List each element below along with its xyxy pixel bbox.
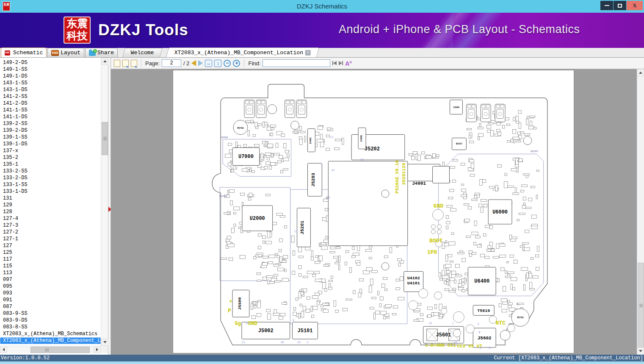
list-item[interactable]: 139-1-SS xyxy=(0,134,101,141)
viewer-vertical-scroll-thumb[interactable] xyxy=(638,263,644,348)
previous-page-button[interactable] xyxy=(191,60,196,66)
pdf-page[interactable]: U7000U2000J5202J5203J5201J4001U6000U6400… xyxy=(173,70,574,353)
list-item[interactable]: 128 xyxy=(0,208,101,215)
component-label: U2000 xyxy=(250,216,265,222)
component-label: U4102 xyxy=(407,276,420,281)
sidebar-horizontal-scrollbar[interactable] xyxy=(0,346,101,353)
sidebar-scroll-up-button[interactable] xyxy=(101,58,108,65)
list-item[interactable]: 083-9-DS xyxy=(0,317,101,324)
page-label: Page: xyxy=(145,60,160,67)
list-item[interactable]: 083-8-SS xyxy=(0,324,101,331)
tab-share-label: Share xyxy=(97,50,114,56)
silkscreen-label: 20201120 xyxy=(401,163,406,185)
component-label: J5101 xyxy=(298,328,313,334)
next-page-button[interactable] xyxy=(198,60,203,66)
list-item[interactable]: 127 xyxy=(0,242,101,249)
doc-tab-component-location-label: XT2083_x_(Athena)_MB_Component_Location xyxy=(174,50,303,56)
component-label: S5708 xyxy=(220,136,228,139)
list-item[interactable]: 083-9-SS xyxy=(0,310,101,317)
pin-number-label: 12 xyxy=(294,230,297,233)
component-label: J4000 xyxy=(453,106,459,108)
component-label: U7000 xyxy=(238,154,254,160)
rotate-right-icon[interactable] xyxy=(131,60,137,67)
viewer-vertical-scrollbar[interactable] xyxy=(637,69,644,355)
tab-share[interactable]: + Share xyxy=(85,48,118,57)
pin-number-label: D1 xyxy=(360,158,364,161)
list-item[interactable]: 135-1 xyxy=(0,161,101,168)
zoom-in-button[interactable]: + xyxy=(233,60,240,67)
sidebar-scroll-right-button[interactable] xyxy=(94,346,101,353)
list-item[interactable]: 139-2-SS xyxy=(0,120,101,127)
list-item[interactable]: 139-1-DS xyxy=(0,141,101,147)
list-item[interactable]: 149-2-DS xyxy=(0,59,101,66)
viewer-scroll-down-button[interactable] xyxy=(637,347,644,355)
list-item[interactable]: 117 xyxy=(0,256,101,263)
sidebar-scroll-down-button[interactable] xyxy=(101,339,108,346)
doc-tab-component-location[interactable]: XT2083_x_(Athena)_MB_Component_Location … xyxy=(166,47,319,57)
sidebar-vertical-scrollbar[interactable] xyxy=(101,59,108,346)
list-item[interactable]: 133-1-DS xyxy=(0,188,101,195)
sidebar-horizontal-scroll-thumb[interactable] xyxy=(30,347,90,353)
list-item[interactable]: 141-1-DS xyxy=(0,114,101,120)
list-item[interactable]: 115 xyxy=(0,263,101,270)
fit-width-button[interactable]: ↔ xyxy=(205,60,212,67)
list-item[interactable]: 149-1-SS xyxy=(0,66,101,73)
list-item[interactable]: 127-1 xyxy=(0,236,101,242)
viewer-canvas[interactable]: U7000U2000J5202J5203J5201J4001U6000U6400… xyxy=(111,69,637,355)
fit-page-button[interactable]: ↕ xyxy=(214,60,221,67)
pin-number-label: 13 xyxy=(326,196,330,199)
find-input[interactable] xyxy=(263,59,330,67)
component-label: E4000 xyxy=(360,135,362,142)
list-item[interactable]: XT2083_x_(Athena)_MB_Component_Location xyxy=(0,337,101,344)
maximize-button[interactable] xyxy=(614,1,626,10)
sidebar-scroll-left-button[interactable] xyxy=(0,346,7,353)
list-item[interactable]: 113 xyxy=(0,270,101,276)
list-item[interactable]: 087 xyxy=(0,303,101,310)
list-item[interactable]: 127-4 xyxy=(0,215,101,222)
minimize-button[interactable] xyxy=(600,1,613,10)
list-item[interactable]: 125 xyxy=(0,249,101,256)
tab-layout[interactable]: PADS Layout xyxy=(47,48,84,57)
window-bottom-edge xyxy=(0,361,644,364)
list-item[interactable]: 127-2 xyxy=(0,229,101,236)
page-list: 149-2-DS149-1-SS149-1-DS143-1-SS143-1-DS… xyxy=(0,59,101,346)
component-label: J4001 xyxy=(412,181,426,186)
list-item[interactable]: 143-1-SS xyxy=(0,80,101,86)
list-item[interactable]: 141-1-SS xyxy=(0,107,101,114)
text-size-icon[interactable]: Aa xyxy=(345,60,354,67)
doc-tab-welcome[interactable]: Welcome xyxy=(122,48,163,57)
list-item[interactable]: 149-1-DS xyxy=(0,73,101,80)
sidebar-vertical-scroll-thumb[interactable] xyxy=(102,122,108,155)
page-number-input[interactable] xyxy=(162,59,181,67)
rotate-left-icon[interactable] xyxy=(122,60,129,67)
list-item[interactable]: 133-1-SS xyxy=(0,181,101,188)
find-previous-button[interactable] xyxy=(332,61,337,65)
list-item[interactable]: 091 xyxy=(0,297,101,303)
component-label: J5202 xyxy=(365,146,380,152)
list-item[interactable]: 137-x xyxy=(0,147,101,154)
list-item[interactable]: 127-3 xyxy=(0,222,101,229)
tab-schematic[interactable]: PDF Schematic xyxy=(1,47,47,57)
pin-number-label: 9 xyxy=(292,319,294,322)
list-item[interactable]: 135-2 xyxy=(0,154,101,161)
list-item[interactable]: 139-2-DS xyxy=(0,127,101,134)
close-button[interactable]: X xyxy=(627,1,643,10)
brand-logo: 东震 科技 xyxy=(64,17,91,44)
list-item[interactable]: 133-2-DS xyxy=(0,175,101,181)
doc-tab-close-icon[interactable]: x xyxy=(305,50,311,56)
list-item[interactable]: 133-2-SS xyxy=(0,168,101,175)
list-item[interactable]: 097 xyxy=(0,276,101,283)
find-next-button[interactable] xyxy=(339,61,343,65)
list-item[interactable]: 129 xyxy=(0,202,101,208)
list-item[interactable]: 095 xyxy=(0,283,101,290)
list-item[interactable]: 141-2-DS xyxy=(0,100,101,107)
list-item[interactable]: XT2083_x_(Athena)_MB_Schematics xyxy=(0,331,101,337)
viewer-scroll-up-button[interactable] xyxy=(637,69,644,76)
list-item[interactable]: 131 xyxy=(0,195,101,202)
list-item[interactable]: 141-2-SS xyxy=(0,93,101,100)
zoom-out-button[interactable]: − xyxy=(224,60,231,67)
single-page-icon[interactable] xyxy=(114,60,120,67)
list-item[interactable]: 143-1-DS xyxy=(0,86,101,93)
component-label: U6000 xyxy=(492,209,508,215)
list-item[interactable]: 093 xyxy=(0,290,101,297)
